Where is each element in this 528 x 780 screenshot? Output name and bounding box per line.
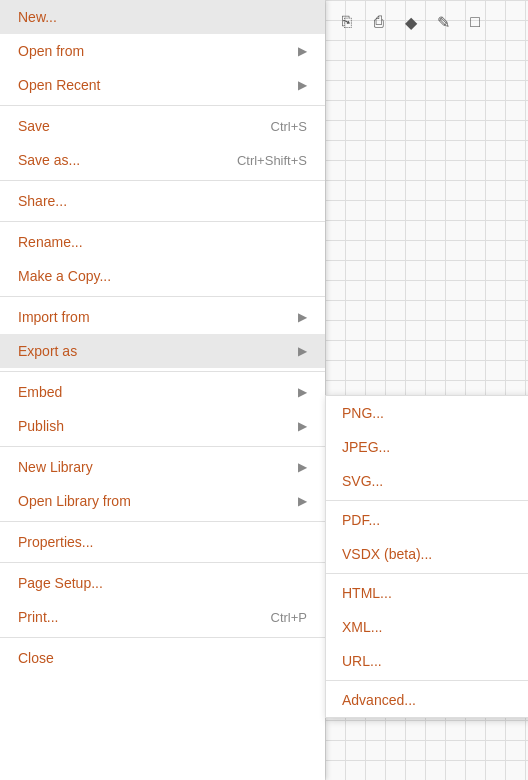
- menu-item-open-recent[interactable]: Open Recent▶: [0, 68, 325, 102]
- submenu-item-svg[interactable]: SVG...: [326, 464, 528, 498]
- menu-arrow-new-library: ▶: [298, 460, 307, 474]
- menu-divider-after-open-library-from: [0, 521, 325, 522]
- menu-item-new[interactable]: New...: [0, 0, 325, 34]
- menu-item-label-open-from: Open from: [18, 43, 84, 59]
- submenu-item-label-jpeg: JPEG...: [342, 439, 390, 455]
- menu-arrow-publish: ▶: [298, 419, 307, 433]
- menu-item-label-publish: Publish: [18, 418, 64, 434]
- menu-arrow-open-from: ▶: [298, 44, 307, 58]
- submenu-item-label-png: PNG...: [342, 405, 384, 421]
- submenu-item-label-html: HTML...: [342, 585, 392, 601]
- menu-arrow-open-library-from: ▶: [298, 494, 307, 508]
- submenu-item-advanced[interactable]: Advanced...: [326, 683, 528, 717]
- menu-item-close[interactable]: Close: [0, 641, 325, 675]
- menu-item-label-page-setup: Page Setup...: [18, 575, 103, 591]
- pencil-icon[interactable]: ✎: [431, 10, 455, 34]
- menu-item-import-from[interactable]: Import from▶: [0, 300, 325, 334]
- menu-item-label-new-library: New Library: [18, 459, 93, 475]
- submenu-item-html[interactable]: HTML...: [326, 576, 528, 610]
- submenu-item-label-url: URL...: [342, 653, 382, 669]
- menu-divider-after-print: [0, 637, 325, 638]
- submenu-item-png[interactable]: PNG...: [326, 396, 528, 430]
- menu-arrow-embed: ▶: [298, 385, 307, 399]
- submenu-item-pdf[interactable]: PDF...: [326, 503, 528, 537]
- menu-divider-after-export-as: [0, 371, 325, 372]
- menu-item-page-setup[interactable]: Page Setup...: [0, 566, 325, 600]
- menu-item-properties[interactable]: Properties...: [0, 525, 325, 559]
- menu-item-print[interactable]: Print...Ctrl+P: [0, 600, 325, 634]
- menu-item-rename[interactable]: Rename...: [0, 225, 325, 259]
- menu-item-label-rename: Rename...: [18, 234, 83, 250]
- menu-item-label-share: Share...: [18, 193, 67, 209]
- menu-divider-after-save-as: [0, 180, 325, 181]
- submenu-item-url[interactable]: URL...: [326, 644, 528, 678]
- menu-item-label-make-copy: Make a Copy...: [18, 268, 111, 284]
- menu-panel: New...Open from▶Open Recent▶SaveCtrl+SSa…: [0, 0, 325, 780]
- menu-item-label-open-recent: Open Recent: [18, 77, 101, 93]
- copy-icon[interactable]: ⎘: [335, 10, 359, 34]
- menu-item-label-export-as: Export as: [18, 343, 77, 359]
- menu-divider-after-properties: [0, 562, 325, 563]
- menu-divider-after-make-copy: [0, 296, 325, 297]
- submenu-item-jpeg[interactable]: JPEG...: [326, 430, 528, 464]
- menu-item-open-from[interactable]: Open from▶: [0, 34, 325, 68]
- submenu-item-label-vsdx: VSDX (beta)...: [342, 546, 432, 562]
- menu-item-save-as[interactable]: Save as...Ctrl+Shift+S: [0, 143, 325, 177]
- menu-item-embed[interactable]: Embed▶: [0, 375, 325, 409]
- menu-item-share[interactable]: Share...: [0, 184, 325, 218]
- submenu-item-label-xml: XML...: [342, 619, 382, 635]
- submenu-divider-after-svg: [326, 500, 528, 501]
- menu-item-label-import-from: Import from: [18, 309, 90, 325]
- menu-item-label-properties: Properties...: [18, 534, 93, 550]
- submenu-panel: PNG...JPEG...SVG...PDF...VSDX (beta)...H…: [325, 395, 528, 718]
- menu-item-label-open-library-from: Open Library from: [18, 493, 131, 509]
- menu-arrow-import-from: ▶: [298, 310, 307, 324]
- menu-item-label-save-as: Save as...: [18, 152, 80, 168]
- menu-divider-after-share: [0, 221, 325, 222]
- submenu-item-label-pdf: PDF...: [342, 512, 380, 528]
- menu-divider-after-publish: [0, 446, 325, 447]
- menu-divider-after-open-recent: [0, 105, 325, 106]
- menu-item-open-library-from[interactable]: Open Library from▶: [0, 484, 325, 518]
- menu-shortcut-save-as: Ctrl+Shift+S: [237, 153, 307, 168]
- shape-icon[interactable]: □: [463, 10, 487, 34]
- paste-icon[interactable]: ⎙: [367, 10, 391, 34]
- submenu-divider-after-url: [326, 680, 528, 681]
- toolbar: ⎘ ⎙ ◆ ✎ □: [330, 5, 492, 39]
- submenu-item-label-svg: SVG...: [342, 473, 383, 489]
- menu-shortcut-print: Ctrl+P: [271, 610, 307, 625]
- menu-item-publish[interactable]: Publish▶: [0, 409, 325, 443]
- menu-item-label-save: Save: [18, 118, 50, 134]
- menu-item-label-close: Close: [18, 650, 54, 666]
- menu-item-make-copy[interactable]: Make a Copy...: [0, 259, 325, 293]
- menu-item-label-embed: Embed: [18, 384, 62, 400]
- menu-arrow-open-recent: ▶: [298, 78, 307, 92]
- menu-arrow-export-as: ▶: [298, 344, 307, 358]
- submenu-item-label-advanced: Advanced...: [342, 692, 416, 708]
- menu-item-export-as[interactable]: Export as▶: [0, 334, 325, 368]
- menu-item-label-new: New...: [18, 9, 57, 25]
- menu-shortcut-save: Ctrl+S: [271, 119, 307, 134]
- menu-item-save[interactable]: SaveCtrl+S: [0, 109, 325, 143]
- menu-item-label-print: Print...: [18, 609, 58, 625]
- submenu-item-vsdx[interactable]: VSDX (beta)...: [326, 537, 528, 571]
- submenu-item-xml[interactable]: XML...: [326, 610, 528, 644]
- submenu-divider-after-vsdx: [326, 573, 528, 574]
- fill-icon[interactable]: ◆: [399, 10, 423, 34]
- menu-item-new-library[interactable]: New Library▶: [0, 450, 325, 484]
